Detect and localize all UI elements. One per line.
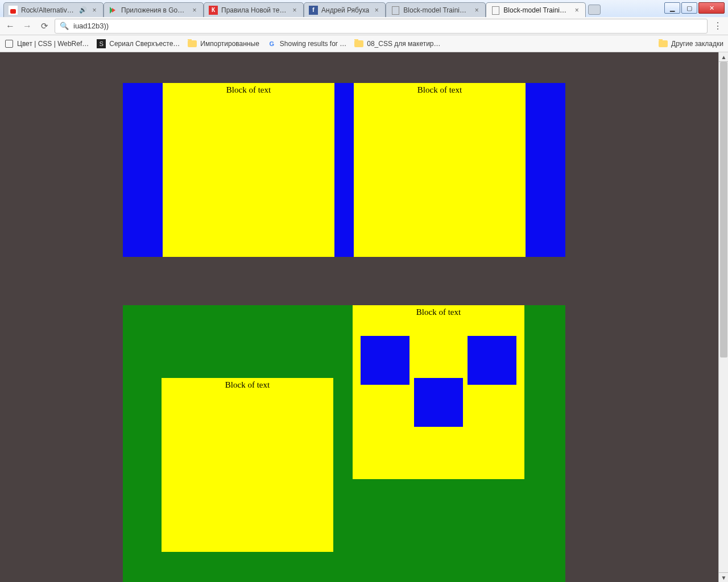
scroll-down-button[interactable]: ▼ [719, 572, 728, 582]
close-icon[interactable]: × [291, 6, 299, 14]
tab-blockmodel-1[interactable]: Block-model Training.h… × [386, 2, 486, 17]
folder-icon [354, 40, 363, 47]
new-tab-button[interactable] [588, 5, 601, 15]
bookmark-08-css[interactable]: 08_CSS для макетир… [354, 39, 440, 48]
back-button[interactable]: ← [3, 19, 17, 33]
bookmark-label: Showing results for … [280, 40, 346, 48]
blue-container-top: Block of text Block of text [123, 83, 565, 257]
folder-icon [188, 40, 197, 47]
yellow-block-4: Block of text block? [353, 305, 524, 479]
maximize-button[interactable]: ▢ [681, 2, 697, 14]
close-icon: ✕ [709, 5, 714, 12]
tab-title: Приложения в Googl… [121, 6, 187, 14]
google-icon: G [267, 39, 276, 48]
scrollbar-thumb[interactable] [720, 62, 727, 357]
close-icon[interactable]: × [191, 6, 198, 14]
other-bookmarks[interactable]: Другие закладки [659, 39, 723, 48]
bookmark-serial[interactable]: S Сериал Сверхъесте… [97, 39, 180, 48]
scroll-up-button[interactable]: ▲ [719, 52, 728, 62]
window-buttons: ▁ ▢ ✕ [664, 2, 725, 14]
vertical-scrollbar[interactable]: ▲ ▼ [718, 52, 728, 582]
bookmark-css[interactable]: Цвет | CSS | WebRef… [5, 39, 89, 48]
block-text: Block of text [417, 85, 462, 94]
close-icon[interactable]: × [573, 6, 581, 14]
browser-toolbar: ← → ⟳ 🔍 ⋮ [0, 17, 728, 35]
bookmark-label: Цвет | CSS | WebRef… [17, 40, 89, 48]
yellow-block-3: Block of text [162, 378, 333, 552]
yellow-block-1: Block of text [163, 83, 334, 257]
maximize-icon: ▢ [686, 5, 692, 12]
bookmark-label: Импортированные [200, 40, 259, 48]
block-text: Block of text [225, 380, 270, 389]
omnibox-input[interactable] [73, 22, 702, 30]
close-icon[interactable]: × [473, 6, 481, 14]
yellow-block-2: Block of text [354, 83, 526, 257]
reload-button[interactable]: ⟳ [38, 19, 51, 33]
tab-blockmodel-2[interactable]: Block-model Training.h… × [486, 2, 586, 17]
site-icon: К [209, 6, 218, 15]
audio-icon[interactable]: 🔊 [79, 6, 87, 14]
site-icon: S [97, 39, 106, 48]
green-container-bottom: Block of text Block of text block? [123, 305, 565, 582]
window-titlebar: Rock/Alternative & … 🔊 × Приложения в Go… [0, 0, 728, 17]
tab-title: Block-model Training.h… [403, 6, 469, 14]
site-icon [5, 40, 13, 48]
forward-button[interactable]: → [20, 19, 34, 33]
minimize-button[interactable]: ▁ [664, 2, 680, 14]
block-text: Block of text [416, 307, 461, 317]
bookmark-label: Другие закладки [671, 40, 723, 48]
search-icon: 🔍 [60, 22, 69, 30]
tab-rules[interactable]: К Правила Новой темы… × [204, 2, 304, 17]
file-icon [491, 6, 500, 15]
folder-icon [659, 40, 668, 47]
browser-menu-button[interactable]: ⋮ [711, 19, 725, 33]
tab-title: Правила Новой темы… [221, 6, 287, 14]
tab-fb[interactable]: f Андрей Рябуха × [304, 2, 386, 17]
tab-play[interactable]: Приложения в Googl… × [104, 2, 204, 17]
bookmark-showing-results[interactable]: G Showing results for … [267, 39, 346, 48]
tab-youtube[interactable]: Rock/Alternative & … 🔊 × [3, 2, 104, 17]
minimize-icon: ▁ [670, 5, 675, 12]
youtube-icon [9, 6, 18, 15]
bookmark-label: Сериал Сверхъесте… [109, 40, 180, 48]
block-text: Block of text [226, 85, 271, 94]
close-icon[interactable]: × [90, 6, 98, 14]
tab-title: Андрей Рябуха [321, 6, 369, 14]
close-icon[interactable]: × [373, 6, 380, 14]
bookmark-imported[interactable]: Импортированные [188, 39, 259, 48]
file-icon [391, 6, 400, 15]
address-bar[interactable]: 🔍 [55, 19, 708, 34]
facebook-icon: f [309, 6, 318, 15]
bookmarks-bar: Цвет | CSS | WebRef… S Сериал Сверхъесте… [0, 35, 728, 52]
google-play-icon [109, 6, 118, 15]
page-viewport: Block of text Block of text Block of tex… [0, 52, 728, 582]
inner-blue-box-center [414, 378, 463, 427]
close-window-button[interactable]: ✕ [698, 2, 725, 14]
tab-title: Block-model Training.h… [503, 6, 569, 14]
tab-strip: Rock/Alternative & … 🔊 × Приложения в Go… [3, 2, 620, 17]
bookmark-label: 08_CSS для макетир… [367, 40, 440, 48]
tab-title: Rock/Alternative & … [21, 6, 76, 14]
